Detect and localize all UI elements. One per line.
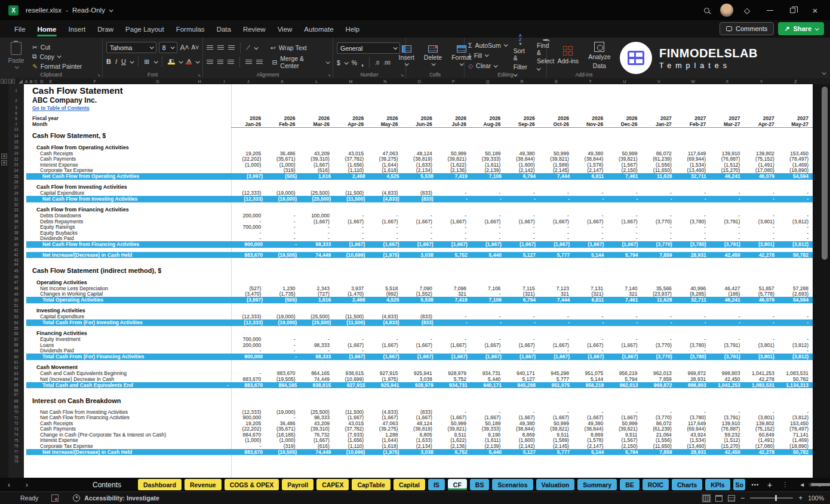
cell-value[interactable]: (3,470) bbox=[231, 291, 265, 297]
decrease-indent-button[interactable] bbox=[245, 60, 252, 64]
accessibility-status[interactable]: Accessibility: Investigate bbox=[84, 494, 159, 502]
cell-value[interactable]: - bbox=[539, 348, 573, 354]
cell-value[interactable]: 2026 bbox=[402, 115, 436, 121]
cell-value[interactable]: 945,298 bbox=[506, 382, 540, 388]
cell-value[interactable]: (76,887) bbox=[710, 156, 744, 162]
increase-indent-button[interactable] bbox=[256, 60, 263, 64]
cell-value[interactable]: Apr-26 bbox=[334, 121, 368, 128]
cell-value[interactable]: 7,419 bbox=[438, 297, 472, 303]
row-number[interactable]: 47 bbox=[8, 279, 24, 285]
cell-value[interactable]: 46,079 bbox=[745, 297, 779, 303]
cell-value[interactable]: (1,735) bbox=[265, 291, 299, 297]
column-header-N[interactable]: N bbox=[368, 78, 402, 84]
cell-value[interactable]: (1,667) bbox=[300, 162, 334, 168]
cell-value[interactable]: - bbox=[676, 235, 710, 241]
cell-value[interactable]: (11,650) bbox=[642, 167, 676, 173]
cell-value[interactable]: (19,505) bbox=[265, 376, 299, 382]
cell-value[interactable]: 43,015 bbox=[334, 150, 368, 156]
cell-value[interactable]: (1,512) bbox=[710, 162, 744, 168]
cell-value[interactable]: 42,450 bbox=[711, 449, 745, 455]
search-button[interactable] bbox=[697, 2, 715, 18]
cell-value[interactable]: (35,671) bbox=[265, 426, 299, 432]
cell-value[interactable]: (1,667) bbox=[335, 241, 369, 247]
cell-value[interactable]: (1,110) bbox=[334, 167, 368, 173]
number-format-select[interactable]: General bbox=[337, 42, 400, 54]
cell-value[interactable]: 49,380 bbox=[505, 150, 539, 156]
cell-value[interactable]: (1,667) bbox=[438, 354, 472, 359]
row-label-cell[interactable]: Equity Investment bbox=[24, 336, 231, 342]
column-header-L[interactable]: L bbox=[300, 78, 334, 84]
row-label-cell[interactable]: Change in Cash (Pre-Corporate Tax & Inte… bbox=[24, 432, 231, 438]
row-label-cell[interactable]: Debts Drawdowns bbox=[24, 213, 231, 219]
cell-value[interactable]: - bbox=[779, 196, 813, 202]
row-label-cell[interactable]: Loans bbox=[24, 342, 231, 348]
cell-value[interactable]: - bbox=[265, 414, 299, 420]
cell-value[interactable]: 1,041,253 bbox=[744, 370, 778, 376]
cell-value[interactable]: - bbox=[265, 213, 299, 219]
cell-value[interactable]: (1,633) bbox=[402, 162, 436, 168]
cell-value[interactable]: Oct-26 bbox=[539, 121, 573, 128]
cell-value[interactable]: - bbox=[608, 319, 642, 325]
cell-value[interactable]: - bbox=[402, 235, 436, 241]
cell-value[interactable]: - bbox=[573, 235, 607, 241]
sheet-tab-payroll[interactable]: Payroll bbox=[282, 479, 313, 490]
cell-value[interactable]: - bbox=[744, 348, 778, 354]
cell-value[interactable]: 9,511 bbox=[607, 432, 641, 438]
cell-value[interactable]: - bbox=[300, 348, 334, 354]
column-header-G[interactable]: G bbox=[134, 78, 182, 84]
cell-value[interactable]: (1,667) bbox=[334, 219, 368, 225]
zoom-slider[interactable] bbox=[750, 497, 793, 499]
cell-value[interactable]: (3,791) bbox=[711, 354, 745, 359]
cell-value[interactable]: 5,794 bbox=[608, 252, 642, 258]
cell-value[interactable]: (3,801) bbox=[744, 219, 778, 225]
cell-value[interactable]: 1,230 bbox=[265, 285, 299, 291]
cell-value[interactable]: 927,915 bbox=[335, 382, 369, 388]
cell-value[interactable]: (15,270) bbox=[710, 443, 744, 449]
cell-value[interactable]: - bbox=[676, 336, 710, 342]
cell-value[interactable]: - bbox=[607, 190, 641, 196]
row-label-cell[interactable]: Cash Movement bbox=[24, 364, 78, 370]
cell-value[interactable]: 934,731 bbox=[471, 370, 505, 376]
cell-value[interactable]: 940,171 bbox=[505, 370, 539, 376]
cell-value[interactable]: - bbox=[710, 224, 744, 230]
cell-value[interactable]: 700,000 bbox=[231, 224, 265, 230]
cell-value[interactable]: - bbox=[471, 230, 505, 236]
cell-value[interactable]: 2027 bbox=[642, 115, 676, 121]
sheet-tab-so[interactable]: So bbox=[733, 479, 745, 490]
cell-value[interactable]: (38,844) bbox=[573, 426, 607, 432]
cell-value[interactable]: 50,782 bbox=[779, 252, 813, 258]
cell-value[interactable]: (1,667) bbox=[506, 354, 540, 359]
cell-value[interactable]: - bbox=[300, 230, 334, 236]
cell-value[interactable]: 5,777 bbox=[540, 449, 574, 455]
cell-value[interactable]: (3,791) bbox=[710, 342, 744, 348]
cell-value[interactable]: (39,310) bbox=[300, 426, 334, 432]
cell-value[interactable]: - bbox=[779, 224, 813, 230]
premium-gem-icon[interactable]: ◇ bbox=[738, 2, 756, 18]
insert-cells-button[interactable]: Insert bbox=[396, 41, 417, 70]
row-label-cell[interactable]: Cash Flow Statement (indirect method), $ bbox=[24, 267, 161, 274]
cell-value[interactable]: - bbox=[334, 213, 368, 219]
cell-value[interactable]: 139,802 bbox=[744, 150, 778, 156]
cell-value[interactable]: (616) bbox=[300, 443, 334, 449]
cell-value[interactable]: 864,165 bbox=[300, 370, 334, 376]
cell-value[interactable]: - bbox=[300, 235, 334, 241]
cell-value[interactable]: (1,667) bbox=[472, 354, 506, 359]
cell-value[interactable]: - bbox=[744, 336, 778, 342]
row-number[interactable]: 74 bbox=[8, 432, 24, 438]
addins-button[interactable]: Add-ins bbox=[555, 41, 582, 70]
cell-value[interactable]: 5,440 bbox=[472, 449, 506, 455]
row-number[interactable]: 67 bbox=[8, 392, 24, 397]
cell-value[interactable]: Jul-26 bbox=[436, 121, 471, 128]
cell-value[interactable]: (1,667) bbox=[574, 354, 608, 359]
column-header-C[interactable]: C bbox=[33, 78, 38, 84]
zoom-out-button[interactable]: − bbox=[740, 494, 745, 502]
horizontal-scroll-thumb[interactable] bbox=[811, 483, 830, 486]
row-number[interactable]: 62 bbox=[8, 364, 24, 371]
cell-value[interactable]: 49,380 bbox=[573, 150, 607, 156]
cell-value[interactable]: 938,615 bbox=[334, 370, 368, 376]
row-number[interactable]: 2 bbox=[8, 96, 24, 105]
cell-value[interactable]: (1,469) bbox=[779, 162, 813, 168]
cell-value[interactable]: (69,944) bbox=[676, 156, 710, 162]
cell-value[interactable]: (1,667) bbox=[368, 342, 402, 348]
cell-value[interactable]: - bbox=[607, 409, 641, 415]
